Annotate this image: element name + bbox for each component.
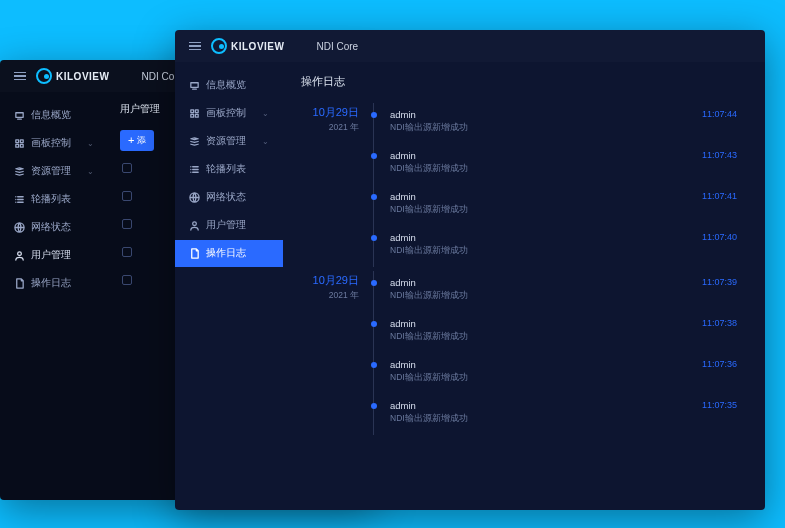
nav-item-label: 画板控制: [206, 107, 246, 120]
nav-item-monitor[interactable]: 信息概览: [0, 102, 108, 129]
nav-item-user[interactable]: 用户管理: [175, 212, 283, 239]
sidebar-back: 信息概览画板控制⌄资源管理⌄轮播列表网络状态用户管理操作日志: [0, 92, 108, 500]
log-entry: adminNDI输出源新增成功11:07:38: [374, 312, 747, 353]
log-time: 11:07:40: [702, 232, 737, 242]
log-user: admin: [390, 109, 468, 120]
nav-item-globe[interactable]: 网络状态: [0, 214, 108, 241]
log-time: 11:07:39: [702, 277, 737, 287]
checkbox-icon[interactable]: [122, 275, 132, 285]
checkbox-icon[interactable]: [122, 191, 132, 201]
log-entry: adminNDI输出源新增成功11:07:36: [374, 353, 747, 394]
add-user-button[interactable]: 添: [120, 130, 154, 151]
grid-icon: [14, 138, 25, 149]
chevron-down-icon: ⌄: [262, 137, 269, 146]
log-date: 10月29日: [301, 105, 359, 120]
checkbox-icon[interactable]: [122, 163, 132, 173]
log-entry: adminNDI输出源新增成功11:07:43: [374, 144, 747, 185]
globe-icon: [14, 222, 25, 233]
user-icon: [14, 250, 25, 261]
doc-icon: [14, 278, 25, 289]
chevron-down-icon: ⌄: [87, 167, 94, 176]
log-date-group: 10月29日2021 年adminNDI输出源新增成功11:07:39admin…: [301, 271, 747, 435]
log-message: NDI输出源新增成功: [390, 290, 468, 302]
add-button-label: 添: [137, 134, 146, 147]
log-entry: adminNDI输出源新增成功11:07:35: [374, 394, 747, 435]
content-front: 操作日志 10月29日2021 年adminNDI输出源新增成功11:07:44…: [283, 62, 765, 510]
log-time: 11:07:38: [702, 318, 737, 328]
monitor-icon: [189, 80, 200, 91]
log-entry: adminNDI输出源新增成功11:07:44: [374, 103, 747, 144]
nav-item-grid[interactable]: 画板控制⌄: [0, 130, 108, 157]
app-title: NDI Co: [141, 71, 174, 82]
nav-item-monitor[interactable]: 信息概览: [175, 72, 283, 99]
stack-icon: [14, 166, 25, 177]
nav-item-user[interactable]: 用户管理: [0, 242, 108, 269]
log-message: NDI输出源新增成功: [390, 204, 468, 216]
grid-icon: [189, 108, 200, 119]
log-message: NDI输出源新增成功: [390, 331, 468, 343]
nav-item-label: 网络状态: [31, 221, 71, 234]
menu-icon[interactable]: [14, 72, 26, 81]
nav-item-list[interactable]: 轮播列表: [175, 156, 283, 183]
log-time: 11:07:36: [702, 359, 737, 369]
list-icon: [189, 164, 200, 175]
brand-logo: KILOVIEW: [211, 38, 284, 54]
chevron-down-icon: ⌄: [262, 109, 269, 118]
nav-item-list[interactable]: 轮播列表: [0, 186, 108, 213]
nav-item-label: 操作日志: [31, 277, 71, 290]
window-operation-log: KILOVIEW NDI Core 信息概览画板控制⌄资源管理⌄轮播列表网络状态…: [175, 30, 765, 510]
nav-item-doc[interactable]: 操作日志: [0, 270, 108, 297]
log-message: NDI输出源新增成功: [390, 413, 468, 425]
page-title: 操作日志: [301, 74, 747, 89]
log-message: NDI输出源新增成功: [390, 372, 468, 384]
checkbox-icon[interactable]: [122, 247, 132, 257]
log-user: admin: [390, 277, 468, 288]
log-year: 2021 年: [301, 122, 359, 134]
log-date: 10月29日: [301, 273, 359, 288]
nav-item-label: 网络状态: [206, 191, 246, 204]
checkbox-icon[interactable]: [122, 219, 132, 229]
log-year: 2021 年: [301, 290, 359, 302]
nav-item-label: 资源管理: [31, 165, 71, 178]
nav-item-globe[interactable]: 网络状态: [175, 184, 283, 211]
nav-item-label: 轮播列表: [31, 193, 71, 206]
log-message: NDI输出源新增成功: [390, 122, 468, 134]
menu-icon[interactable]: [189, 42, 201, 51]
app-title: NDI Core: [316, 41, 358, 52]
log-time: 11:07:44: [702, 109, 737, 119]
logo-mark-icon: [36, 68, 52, 84]
nav-item-grid[interactable]: 画板控制⌄: [175, 100, 283, 127]
titlebar-front: KILOVIEW NDI Core: [175, 30, 765, 62]
doc-icon: [189, 248, 200, 259]
nav-item-label: 操作日志: [206, 247, 246, 260]
log-user: admin: [390, 232, 468, 243]
brand-text: KILOVIEW: [56, 71, 109, 82]
user-icon: [189, 220, 200, 231]
nav-item-label: 画板控制: [31, 137, 71, 150]
log-date-group: 10月29日2021 年adminNDI输出源新增成功11:07:44admin…: [301, 103, 747, 267]
nav-item-stack[interactable]: 资源管理⌄: [0, 158, 108, 185]
nav-item-doc[interactable]: 操作日志: [175, 240, 283, 267]
log-message: NDI输出源新增成功: [390, 163, 468, 175]
log-time: 11:07:35: [702, 400, 737, 410]
log-timeline: 10月29日2021 年adminNDI输出源新增成功11:07:44admin…: [301, 103, 747, 435]
brand-text: KILOVIEW: [231, 41, 284, 52]
stack-icon: [189, 136, 200, 147]
log-entry: adminNDI输出源新增成功11:07:39: [374, 271, 747, 312]
nav-item-label: 资源管理: [206, 135, 246, 148]
sidebar-front: 信息概览画板控制⌄资源管理⌄轮播列表网络状态用户管理操作日志: [175, 62, 283, 510]
nav-item-label: 用户管理: [206, 219, 246, 232]
log-user: admin: [390, 150, 468, 161]
log-entry: adminNDI输出源新增成功11:07:41: [374, 185, 747, 226]
nav-item-stack[interactable]: 资源管理⌄: [175, 128, 283, 155]
log-user: admin: [390, 359, 468, 370]
logo-mark-icon: [211, 38, 227, 54]
globe-icon: [189, 192, 200, 203]
log-entry: adminNDI输出源新增成功11:07:40: [374, 226, 747, 267]
log-user: admin: [390, 191, 468, 202]
monitor-icon: [14, 110, 25, 121]
nav-item-label: 信息概览: [206, 79, 246, 92]
log-user: admin: [390, 318, 468, 329]
nav-item-label: 轮播列表: [206, 163, 246, 176]
nav-item-label: 信息概览: [31, 109, 71, 122]
